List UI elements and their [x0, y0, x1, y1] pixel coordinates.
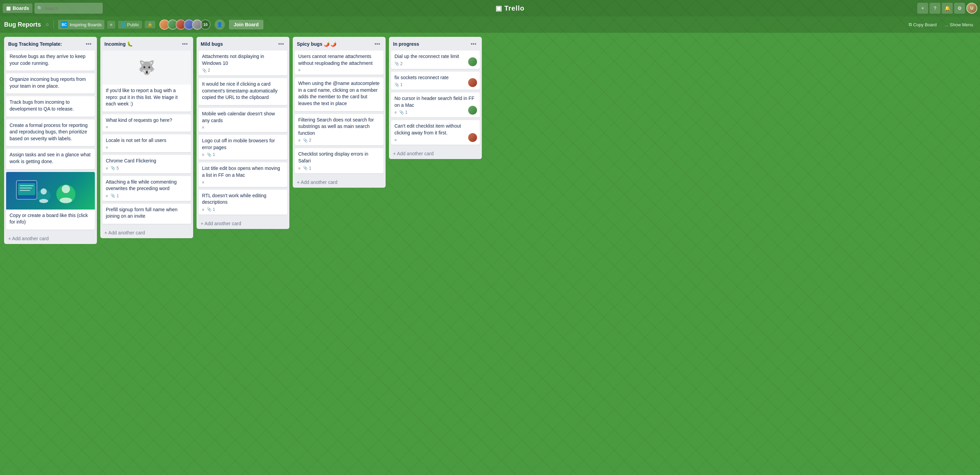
user-avatar[interactable]: U — [966, 3, 977, 14]
card-bt3[interactable]: Track bugs from incoming to development … — [6, 96, 95, 116]
settings-button[interactable]: ⚙ — [954, 3, 965, 14]
meta-icon-ip3-1: 📎 — [399, 110, 404, 114]
list-menu-button-incoming[interactable]: ••• — [180, 40, 189, 48]
card-sb3[interactable]: Filtering Search does not search for sub… — [295, 114, 383, 146]
list-header-spicy-bugs: Spicy bugs 🌶️ 🌶️ ••• — [293, 37, 386, 51]
list-incoming: Incoming 🐛 ••• 🐺If you'd like to report … — [100, 37, 193, 238]
list-cards-in-progress: Dial up the reconnect rate limit📎2fix so… — [389, 51, 482, 148]
card-ip1[interactable]: Dial up the reconnect rate limit📎2 — [391, 51, 480, 69]
board-list-icon-button[interactable]: ≡ — [107, 21, 115, 29]
add-card-button-spicy-bugs[interactable]: + Add another card — [293, 177, 386, 187]
card-assignee-avatar-ip4 — [468, 133, 477, 142]
add-card-button-incoming[interactable]: + Add another card — [100, 227, 193, 238]
meta-icon-mb6-1: 📎 — [207, 207, 212, 211]
meta-icon-in4-0: ≡ — [106, 166, 108, 170]
meta-icon-mb4-1: 📎 — [207, 153, 212, 157]
notifications-button[interactable]: 🔔 — [942, 3, 953, 14]
help-button[interactable]: ? — [929, 3, 940, 14]
meta-count-sb4-1: 1 — [309, 166, 311, 171]
trello-logo: ▣ Trello — [105, 4, 915, 12]
description-icon: ≡ — [106, 125, 108, 129]
meta-count-ip2-0: 1 — [400, 82, 402, 87]
card-mb2[interactable]: It would be nice if clicking a card comm… — [199, 78, 287, 105]
card-bt4[interactable]: Create a formal process for reporting an… — [6, 119, 95, 146]
meta-count-in5-1: 1 — [116, 194, 119, 198]
meta-count-mb1-0: 2 — [208, 68, 210, 73]
card-sb2[interactable]: When using the @name autocomplete in a c… — [295, 78, 383, 111]
card-desc-icon-in3: ≡ — [106, 145, 108, 149]
card-mb1[interactable]: Attachments not displaying in Windows 10… — [199, 51, 287, 75]
card-ip3[interactable]: No cursor in header search field in FF o… — [391, 92, 480, 118]
card-mb5[interactable]: List title edit box opens when moving a … — [199, 162, 287, 187]
meta-icon-mb6-0: ≡ — [202, 208, 204, 211]
list-cards-incoming: 🐺If you'd like to report a bug with a re… — [100, 51, 193, 227]
card-meta-mb4-0: ≡ — [202, 153, 204, 157]
boards-button[interactable]: ▦ Boards — [3, 3, 32, 13]
card-bt2[interactable]: Organize incoming bug reports from your … — [6, 73, 95, 94]
card-in1[interactable]: 🐺If you'd like to report a bug with a re… — [102, 51, 191, 111]
list-menu-button-bug-tracking-template[interactable]: ••• — [84, 40, 93, 48]
list-cards-spicy-bugs: Users cannot rename attachments without … — [293, 51, 386, 176]
board-star-icon[interactable]: ☆ — [45, 22, 49, 27]
card-meta-row-mb5: ≡ — [202, 180, 284, 184]
card-meta-row-in2: ≡ — [106, 125, 188, 129]
card-meta-in5-1: 📎1 — [111, 194, 119, 198]
list-title-in-progress: In progress — [393, 41, 469, 47]
card-text-sb1: Users cannot rename attachments without … — [298, 53, 380, 67]
copy-board-button[interactable]: ⧉ Copy Board — [906, 21, 939, 29]
description-icon: ≡ — [202, 125, 204, 129]
visibility-button[interactable]: 🌐 Public — [118, 21, 142, 29]
private-icon-button[interactable]: 🔒 — [145, 21, 155, 28]
card-dog-image-in1: 🐺 — [102, 51, 191, 85]
meta-icon-in5-1: 📎 — [111, 194, 115, 198]
card-bt6[interactable]: Copy or create a board like this (click … — [6, 172, 95, 230]
card-ip2[interactable]: fix sockets reconnect rate📎1 — [391, 71, 480, 90]
list-menu-button-spicy-bugs[interactable]: ••• — [373, 40, 382, 48]
card-in5[interactable]: Attaching a file while commenting overwr… — [102, 176, 191, 201]
card-bt1[interactable]: Resolve bugs as they arrive to keep your… — [6, 51, 95, 71]
card-mb4[interactable]: Logo cut off in mobile browsers for erro… — [199, 135, 287, 160]
card-in2[interactable]: What kind of requests go here?≡ — [102, 114, 191, 132]
card-bt5[interactable]: Assign tasks and see in a glance what wo… — [6, 149, 95, 169]
card-text-ip4: Can't edit checklist item without clicki… — [395, 123, 476, 136]
create-button[interactable]: ＋ — [917, 3, 928, 14]
workspace-icon: BC — [61, 21, 68, 28]
card-meta-row-mb4: ≡📎1 — [202, 152, 284, 157]
list-cards-mild-bugs: Attachments not displaying in Windows 10… — [197, 51, 290, 218]
workspace-name: Inspiring Boards — [70, 22, 102, 27]
card-text-in6: Prefill signup form full name when joini… — [106, 207, 188, 220]
add-card-button-bug-tracking-template[interactable]: + Add another card — [4, 233, 97, 244]
add-member-button[interactable]: 👤 — [215, 19, 225, 30]
card-in4[interactable]: Chrome Card Flickering≡📎5 — [102, 155, 191, 173]
card-in3[interactable]: Locale is not set for all users≡ — [102, 135, 191, 152]
search-input[interactable] — [35, 3, 103, 14]
card-mb3[interactable]: Mobile web calendar doesn't show any car… — [199, 108, 287, 132]
card-text-mb6: RTL doesn't work while editing descripti… — [202, 192, 284, 206]
list-in-progress: In progress ••• Dial up the reconnect ra… — [389, 37, 482, 159]
card-mb6[interactable]: RTL doesn't work while editing descripti… — [199, 190, 287, 214]
card-sb1[interactable]: Users cannot rename attachments without … — [295, 51, 383, 75]
card-meta-ip4-0: ≡ — [395, 138, 396, 142]
nav-separator-1 — [54, 21, 54, 29]
card-text-bt5: Assign tasks and see in a glance what wo… — [10, 151, 91, 165]
meta-count-mb4-1: 1 — [213, 152, 215, 157]
workspace-button[interactable]: BC Inspiring Boards — [58, 20, 104, 29]
member-count-badge[interactable]: 10 — [200, 19, 210, 30]
card-meta-in4-1: 📎5 — [111, 166, 119, 171]
card-meta-row-sb4: ≡📎1 — [298, 166, 380, 171]
add-card-button-mild-bugs[interactable]: + Add another card — [197, 218, 290, 229]
logo-text: Trello — [504, 5, 525, 12]
card-meta-mb6-0: ≡ — [202, 208, 204, 211]
card-ip4[interactable]: Can't edit checklist item without clicki… — [391, 120, 480, 145]
card-in6[interactable]: Prefill signup form full name when joini… — [102, 204, 191, 224]
list-title-bug-tracking-template: Bug Tracking Template: — [8, 41, 84, 47]
add-card-button-in-progress[interactable]: + Add another card — [389, 148, 482, 159]
workspace-abbr: BC — [62, 23, 67, 27]
list-menu-button-in-progress[interactable]: ••• — [469, 40, 478, 48]
list-menu-button-mild-bugs[interactable]: ••• — [277, 40, 285, 48]
show-menu-button[interactable]: ... Show Menu — [942, 21, 976, 29]
join-board-button[interactable]: Join Board — [229, 20, 263, 29]
card-text-in5: Attaching a file while commenting overwr… — [106, 179, 188, 192]
card-assignee-avatar-ip1 — [468, 57, 477, 66]
card-sb4[interactable]: Checklist sorting display errors in Safa… — [295, 148, 383, 173]
